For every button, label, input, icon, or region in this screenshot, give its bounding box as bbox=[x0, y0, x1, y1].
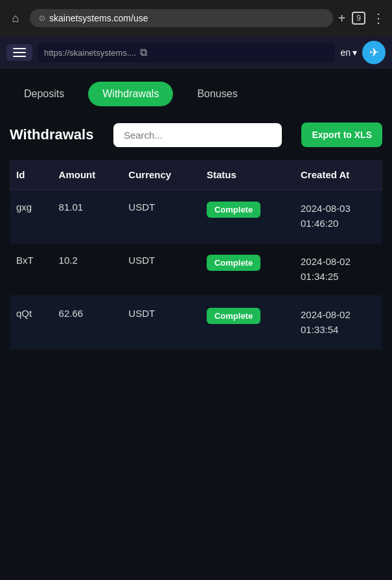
browser-menu-button[interactable]: ⋮ bbox=[372, 10, 386, 26]
cell-id: qQt bbox=[10, 296, 52, 349]
cell-amount: 10.2 bbox=[52, 243, 122, 296]
browser-actions: + 9 ⋮ bbox=[338, 10, 386, 26]
cell-created-at: 2024-08-0201:34:25 bbox=[294, 243, 382, 296]
new-tab-button[interactable]: + bbox=[338, 11, 346, 26]
cell-created-at: 2024-08-0301:46:20 bbox=[294, 190, 382, 243]
col-header-status: Status bbox=[200, 160, 294, 190]
tabs-count-badge[interactable]: 9 bbox=[352, 12, 365, 25]
cell-amount: 81.01 bbox=[52, 190, 122, 243]
date-text: 2024-08-0201:34:25 bbox=[301, 255, 376, 284]
cell-currency: USDT bbox=[122, 296, 200, 349]
table-header: Id Amount Currency Status Created At bbox=[10, 160, 382, 190]
copy-icon[interactable]: ⧉ bbox=[140, 47, 147, 58]
tab-bonuses[interactable]: Bonuses bbox=[183, 82, 251, 106]
cell-id: gxg bbox=[10, 190, 52, 243]
cell-status: Complete bbox=[200, 190, 294, 243]
withdrawals-table: Id Amount Currency Status Created At gxg… bbox=[10, 160, 382, 349]
cell-currency: USDT bbox=[122, 243, 200, 296]
lang-text: en bbox=[340, 47, 351, 58]
table-row: gxg 81.01 USDT Complete 2024-08-0301:46:… bbox=[10, 190, 382, 243]
date-text: 2024-08-0201:33:54 bbox=[301, 308, 376, 337]
page-header: Withdrawals Export to XLS bbox=[10, 122, 382, 147]
main-content: Deposits Withdrawals Bonuses Withdrawals… bbox=[0, 69, 392, 362]
browser-top-bar: ⌂ ⊙ skainetsystems.com/use + 9 ⋮ bbox=[0, 0, 392, 36]
hamburger-menu-button[interactable] bbox=[6, 44, 32, 61]
withdrawals-table-wrapper: Id Amount Currency Status Created At gxg… bbox=[10, 160, 382, 349]
secondary-url-bar[interactable]: https://skainetsystems.... ⧉ bbox=[38, 43, 335, 62]
cell-currency: USDT bbox=[122, 190, 200, 243]
table-row: qQt 62.66 USDT Complete 2024-08-0201:33:… bbox=[10, 296, 382, 349]
cell-id: BxT bbox=[10, 243, 52, 296]
date-text: 2024-08-0301:46:20 bbox=[301, 202, 376, 231]
col-header-id: Id bbox=[10, 160, 52, 190]
tab-withdrawals[interactable]: Withdrawals bbox=[88, 82, 173, 106]
col-header-currency: Currency bbox=[122, 160, 200, 190]
language-selector[interactable]: en ▾ bbox=[340, 47, 357, 58]
browser-secondary-bar: https://skainetsystems.... ⧉ en ▾ ✈ bbox=[0, 36, 392, 69]
col-header-created-at: Created At bbox=[294, 160, 382, 190]
chevron-down-icon: ▾ bbox=[352, 47, 357, 58]
table-header-row: Id Amount Currency Status Created At bbox=[10, 160, 382, 190]
hamburger-line-1 bbox=[13, 48, 26, 49]
status-badge: Complete bbox=[207, 202, 260, 218]
table-row: BxT 10.2 USDT Complete 2024-08-0201:34:2… bbox=[10, 243, 382, 296]
search-bar[interactable] bbox=[113, 123, 282, 147]
page-title: Withdrawals bbox=[10, 126, 93, 143]
url-text: skainetsystems.com/use bbox=[49, 13, 148, 23]
export-xls-button[interactable]: Export to XLS bbox=[301, 122, 382, 147]
cell-status: Complete bbox=[200, 243, 294, 296]
telegram-button[interactable]: ✈ bbox=[362, 41, 386, 64]
tab-deposits[interactable]: Deposits bbox=[10, 82, 78, 106]
search-input[interactable] bbox=[124, 130, 271, 141]
secondary-url-text: https://skainetsystems.... bbox=[44, 48, 136, 58]
cell-status: Complete bbox=[200, 296, 294, 349]
navigation-tabs: Deposits Withdrawals Bonuses bbox=[10, 82, 382, 106]
status-badge: Complete bbox=[207, 308, 260, 324]
telegram-icon: ✈ bbox=[369, 45, 379, 60]
table-body: gxg 81.01 USDT Complete 2024-08-0301:46:… bbox=[10, 190, 382, 349]
cell-amount: 62.66 bbox=[52, 296, 122, 349]
hamburger-line-2 bbox=[13, 52, 26, 53]
url-bar[interactable]: ⊙ skainetsystems.com/use bbox=[30, 9, 333, 27]
status-badge: Complete bbox=[207, 255, 260, 271]
col-header-amount: Amount bbox=[52, 160, 122, 190]
security-icon: ⊙ bbox=[39, 14, 45, 23]
home-icon[interactable]: ⌂ bbox=[6, 9, 25, 27]
cell-created-at: 2024-08-0201:33:54 bbox=[294, 296, 382, 349]
hamburger-line-3 bbox=[13, 56, 26, 57]
